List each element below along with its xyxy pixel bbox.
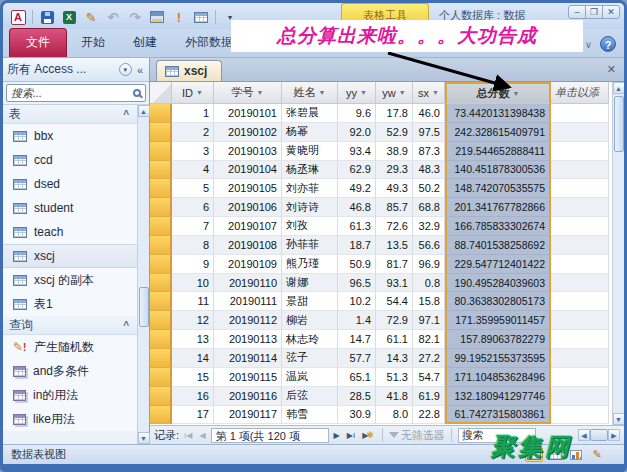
cell[interactable]: 93.4 bbox=[338, 142, 376, 161]
cell[interactable]: 27.2 bbox=[413, 349, 445, 368]
row-selector[interactable] bbox=[150, 217, 172, 236]
cell[interactable]: 20190105 bbox=[214, 179, 282, 198]
cell-empty[interactable] bbox=[551, 274, 609, 293]
row-selector[interactable] bbox=[150, 406, 172, 425]
cell[interactable]: 49.2 bbox=[338, 179, 376, 198]
cell[interactable]: 85.7 bbox=[376, 198, 413, 217]
scroll-right-icon[interactable]: ▶ bbox=[608, 429, 620, 441]
row-selector[interactable] bbox=[150, 198, 172, 217]
scroll-left-icon[interactable]: ◀ bbox=[578, 429, 590, 441]
cell[interactable]: 96.5 bbox=[338, 274, 376, 293]
cell[interactable]: 92.0 bbox=[338, 123, 376, 142]
cell[interactable]: 3 bbox=[172, 142, 214, 161]
scroll-thumb[interactable] bbox=[590, 429, 608, 441]
cell[interactable]: 140.451878300536 bbox=[445, 161, 551, 180]
cell-empty[interactable] bbox=[551, 406, 609, 425]
cell[interactable]: 32.9 bbox=[413, 217, 445, 236]
cell[interactable]: 20190113 bbox=[214, 330, 282, 349]
search-input[interactable]: 搜索... bbox=[6, 84, 146, 102]
cell-empty[interactable] bbox=[551, 104, 609, 123]
cell[interactable]: 30.9 bbox=[338, 406, 376, 425]
cell[interactable]: 柳岩 bbox=[282, 311, 338, 330]
cell[interactable]: 56.6 bbox=[413, 236, 445, 255]
close-document-icon[interactable]: ✕ bbox=[607, 63, 616, 76]
column-header-sx[interactable]: sx▼ bbox=[413, 82, 445, 104]
cell[interactable]: 9 bbox=[172, 255, 214, 274]
cell[interactable]: 10.2 bbox=[338, 292, 376, 311]
cell[interactable]: 20190101 bbox=[214, 104, 282, 123]
cell[interactable]: 谢娜 bbox=[282, 274, 338, 293]
cell[interactable]: 97.1 bbox=[413, 311, 445, 330]
column-header-xingming[interactable]: 姓名▼ bbox=[282, 82, 338, 104]
column-header-zongfenshu[interactable]: 总分数▼ bbox=[445, 82, 551, 104]
cell[interactable]: 157.89063782279 bbox=[445, 330, 551, 349]
cell-empty[interactable] bbox=[551, 387, 609, 406]
cell[interactable]: 刘诗诗 bbox=[282, 198, 338, 217]
cell[interactable]: 46.0 bbox=[413, 104, 445, 123]
design-view-icon[interactable]: ✎ bbox=[82, 9, 100, 26]
cell-empty[interactable] bbox=[551, 349, 609, 368]
cell-empty[interactable] bbox=[551, 123, 609, 142]
sidebar-item-teach[interactable]: teach bbox=[3, 220, 137, 244]
cell-empty[interactable] bbox=[551, 330, 609, 349]
cell-empty[interactable] bbox=[551, 142, 609, 161]
row-selector[interactable] bbox=[150, 292, 172, 311]
cell[interactable]: 48.3 bbox=[413, 161, 445, 180]
sidebar-item-in的用法[interactable]: in的用法 bbox=[3, 383, 137, 407]
cell[interactable]: 14.3 bbox=[376, 349, 413, 368]
horizontal-scrollbar[interactable]: ◀ ▶ bbox=[578, 429, 620, 441]
row-selector[interactable] bbox=[150, 104, 172, 123]
row-selector[interactable] bbox=[150, 123, 172, 142]
row-selector[interactable] bbox=[150, 368, 172, 387]
sidebar-group-queries[interactable]: 查询^ bbox=[3, 316, 137, 335]
restore-button[interactable]: ❐ bbox=[585, 5, 603, 19]
last-record-icon[interactable]: ▶Ι bbox=[345, 431, 357, 440]
cell[interactable]: 41.8 bbox=[376, 387, 413, 406]
sidebar-item-表1[interactable]: 表1 bbox=[3, 292, 137, 316]
row-selector[interactable] bbox=[150, 236, 172, 255]
cell[interactable]: 68.8 bbox=[413, 198, 445, 217]
scroll-up-icon[interactable]: ▲ bbox=[138, 105, 150, 117]
cell-empty[interactable] bbox=[551, 368, 609, 387]
undo-icon[interactable]: ↶ bbox=[104, 9, 122, 26]
cell[interactable]: 0.8 bbox=[413, 274, 445, 293]
tab-home[interactable]: 开始 bbox=[67, 29, 119, 57]
cell[interactable]: 刘孜 bbox=[282, 217, 338, 236]
cell[interactable]: 17.8 bbox=[376, 104, 413, 123]
scroll-thumb[interactable] bbox=[614, 96, 624, 152]
cell[interactable]: 1.4 bbox=[338, 311, 376, 330]
sidebar-item-dsed[interactable]: dsed bbox=[3, 172, 137, 196]
cell[interactable]: 20190109 bbox=[214, 255, 282, 274]
cell[interactable]: 50.2 bbox=[413, 179, 445, 198]
cell[interactable]: 54.4 bbox=[376, 292, 413, 311]
design-view-button[interactable]: ✎ bbox=[588, 447, 606, 462]
cell-empty[interactable] bbox=[551, 217, 609, 236]
scroll-thumb[interactable] bbox=[139, 287, 149, 327]
new-record-icon[interactable]: ▶✱ bbox=[360, 430, 376, 440]
cell[interactable]: 171.359959011457 bbox=[445, 311, 551, 330]
sidebar-item-bbx[interactable]: bbx bbox=[3, 124, 137, 148]
cell[interactable]: 黄晓明 bbox=[282, 142, 338, 161]
filter-toggle[interactable]: 无筛选器 bbox=[389, 428, 445, 443]
cell[interactable]: 82.1 bbox=[413, 330, 445, 349]
cell[interactable]: 88.7401538258692 bbox=[445, 236, 551, 255]
save-icon[interactable] bbox=[38, 9, 56, 26]
cell[interactable]: 65.1 bbox=[338, 368, 376, 387]
cell[interactable]: 13.5 bbox=[376, 236, 413, 255]
cell[interactable]: 22.8 bbox=[413, 406, 445, 425]
cell[interactable]: 242.328615409791 bbox=[445, 123, 551, 142]
cell[interactable]: 73.4420131398438 bbox=[445, 104, 551, 123]
sidebar-scrollbar[interactable]: ▲ ▼ bbox=[137, 105, 149, 444]
cell[interactable]: 20190114 bbox=[214, 349, 282, 368]
cell[interactable]: 61.1 bbox=[376, 330, 413, 349]
cell[interactable]: 38.9 bbox=[376, 142, 413, 161]
cell[interactable]: 20190117 bbox=[214, 406, 282, 425]
cell[interactable]: 后弦 bbox=[282, 387, 338, 406]
cell-empty[interactable] bbox=[551, 311, 609, 330]
cell[interactable]: 2 bbox=[172, 123, 214, 142]
sort-dropdown-icon[interactable]: ▼ bbox=[399, 89, 406, 96]
cell[interactable]: 81.7 bbox=[376, 255, 413, 274]
cell[interactable]: 7 bbox=[172, 217, 214, 236]
column-header-click-to-add[interactable]: 单击以添 bbox=[551, 82, 609, 104]
first-record-icon[interactable]: Ι◀ bbox=[182, 431, 194, 440]
